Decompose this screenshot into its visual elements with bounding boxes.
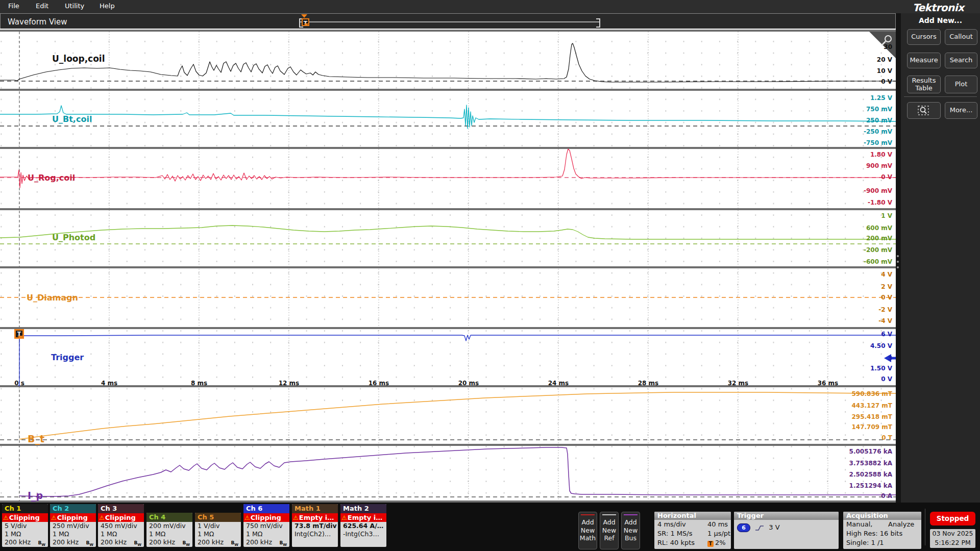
add-new-ref-button[interactable]: AddNewRef	[600, 512, 619, 549]
bandwidth-limit-indicator: BW	[279, 539, 287, 547]
card-row: 200 mV/div	[146, 522, 192, 530]
card-row: 750 mV/div	[243, 522, 289, 530]
card-row: 1 MΩ	[98, 530, 144, 538]
card-row: 1 V/div	[195, 522, 241, 530]
card-header: Ch 6	[243, 504, 289, 513]
callout-button[interactable]: Callout	[945, 29, 977, 45]
card-row: 1 MΩ	[146, 530, 192, 538]
card-header: Ch 1	[2, 504, 48, 513]
bandwidth-limit-indicator: BW	[231, 539, 238, 547]
zoom-select-button[interactable]	[907, 102, 941, 119]
horizontal-resolution: 1 µs/pt	[707, 529, 730, 538]
acquisition-mode: Manual,	[846, 520, 872, 528]
plot-button[interactable]: Plot	[945, 76, 977, 93]
horizontal-panel-title: Horizontal	[654, 512, 731, 520]
channel-card-ch4[interactable]: Ch 4200 mV/div1 MΩ200 kHzBW	[146, 513, 192, 547]
panel-drag-handle[interactable]	[897, 255, 900, 268]
tektronix-logo: Tektronix	[913, 2, 964, 14]
warning-triangle-icon: ⚠	[244, 514, 250, 521]
time-text: 5:16:22 PM	[930, 538, 975, 547]
channel-card-ch3[interactable]: Ch 3⚠Clipping450 mV/div1 MΩ200 kHzBW	[98, 504, 144, 547]
clipping-warning: ⚠Empty i…	[340, 513, 386, 522]
waveform-view-title: Waveform View	[8, 17, 67, 27]
channel-card-ch5[interactable]: Ch 51 V/div1 MΩ200 kHzBW	[195, 513, 241, 547]
trigger-position-chip-icon: T	[707, 541, 714, 547]
card-row: 73.8 mT/div	[292, 522, 338, 530]
card-row: 450 mV/div	[98, 522, 144, 530]
card-row: 200 kHzBW	[243, 538, 289, 546]
clipping-warning: ⚠Clipping	[50, 513, 96, 522]
warning-triangle-icon: ⚠	[51, 514, 57, 521]
menu-bar: File Edit Utility Help	[0, 0, 980, 13]
datetime-display: 03 Nov 2025 5:16:22 PM	[930, 529, 975, 548]
menu-help[interactable]: Help	[100, 2, 115, 10]
date-text: 03 Nov 2025	[930, 529, 975, 538]
measure-button[interactable]: Measure	[907, 53, 941, 68]
cursors-button[interactable]: Cursors	[907, 29, 941, 45]
clipping-warning: ⚠Clipping	[2, 513, 48, 522]
card-row: 200 kHzBW	[2, 538, 48, 546]
results-table-button[interactable]: Results Table	[907, 76, 941, 93]
run-stop-status-button[interactable]: Stopped	[930, 512, 975, 525]
horizontal-record-length: RL: 40 kpts	[657, 539, 695, 546]
clipping-warning: ⚠Clipping	[243, 513, 289, 522]
bottom-bar-divider	[925, 509, 925, 545]
horizontal-span: 40 ms	[707, 520, 728, 529]
trigger-panel-title: Trigger	[734, 512, 839, 520]
bandwidth-limit-indicator: BW	[134, 539, 141, 547]
trigger-panel[interactable]: Trigger 6 3 V	[734, 512, 839, 549]
horizontal-sample-rate: SR: 1 MS/s	[657, 530, 692, 537]
card-row: 1 MΩ	[2, 530, 48, 538]
record-view-bar[interactable]: T	[299, 17, 600, 27]
trigger-position-marker-icon[interactable]: T	[302, 18, 309, 26]
menu-edit[interactable]: Edit	[36, 2, 48, 10]
card-header: Ch 4	[146, 513, 192, 522]
card-row: 200 kHzBW	[50, 538, 96, 546]
card-header: Ch 5	[195, 513, 241, 522]
add-new-bus-button[interactable]: AddNewBus	[621, 512, 640, 549]
add-new-math-button[interactable]: AddNewMath	[578, 512, 597, 549]
channel-card-ch6[interactable]: Ch 6⚠Clipping750 mV/div1 MΩ200 kHzBW	[243, 504, 289, 547]
warning-triangle-icon: ⚠	[293, 514, 299, 521]
clipping-warning: ⚠Clipping	[98, 513, 144, 522]
right-sidebar: Add New... CursorsCalloutMeasureSearchRe…	[901, 13, 980, 503]
rising-edge-icon	[754, 524, 765, 532]
bottom-settings-bar: Horizontal 4 ms/div40 ms SR: 1 MS/s1 µs/…	[0, 503, 980, 551]
channel-card-math2[interactable]: Math 2⚠Empty i…625.64 A/…-Intg(Ch3…	[340, 504, 386, 547]
trigger-t-badge[interactable]: T	[14, 329, 24, 339]
sidebar-divider	[904, 96, 977, 97]
card-row: Intg(Ch2)…	[292, 530, 338, 538]
card-header: Math 1	[292, 504, 338, 513]
clipping-warning: ⚠Empty i…	[292, 513, 338, 522]
channel-card-ch1[interactable]: Ch 1⚠Clipping5 V/div1 MΩ200 kHzBW	[2, 504, 48, 547]
card-row: 1 MΩ	[243, 530, 289, 538]
add-new-heading: Add New...	[901, 16, 980, 24]
channel-card-ch2[interactable]: Ch 2⚠Clipping250 mV/div1 MΩ200 kHzBW	[50, 504, 96, 547]
card-header: Ch 2	[50, 504, 96, 513]
card-row: 250 mV/div	[50, 522, 96, 530]
acquisition-panel[interactable]: Acquisition Manual,Analyze High Res: 16 …	[843, 512, 921, 549]
more--button[interactable]: More...	[945, 102, 977, 119]
card-row: 1 MΩ	[195, 530, 241, 538]
horizontal-panel[interactable]: Horizontal 4 ms/div40 ms SR: 1 MS/s1 µs/…	[654, 512, 731, 549]
warning-triangle-icon: ⚠	[99, 514, 105, 521]
card-row: 625.64 A/…	[340, 522, 386, 530]
grid-dots	[0, 31, 896, 501]
card-row: 200 kHzBW	[146, 538, 192, 546]
card-row: 5 V/div	[2, 522, 48, 530]
search-button[interactable]: Search	[945, 53, 977, 68]
horizontal-trigger-position: 2%	[715, 539, 726, 546]
warning-triangle-icon: ⚠	[341, 514, 347, 521]
channel-card-math1[interactable]: Math 1⚠Empty i…73.8 mT/divIntg(Ch2)…	[292, 504, 338, 547]
record-line	[299, 21, 600, 22]
card-row: 1 MΩ	[50, 530, 96, 538]
trigger-level-value: 3 V	[769, 523, 779, 531]
acquisition-analyze: Analyze	[888, 520, 914, 529]
menu-file[interactable]: File	[8, 2, 19, 10]
card-row: 200 kHzBW	[98, 538, 144, 546]
acquisition-single: Single: 1 /1	[843, 538, 921, 547]
menu-utility[interactable]: Utility	[65, 2, 84, 10]
card-row: -Intg(Ch3…	[340, 530, 386, 538]
card-header: Ch 3	[98, 504, 144, 513]
zoom-select-icon	[917, 105, 930, 116]
